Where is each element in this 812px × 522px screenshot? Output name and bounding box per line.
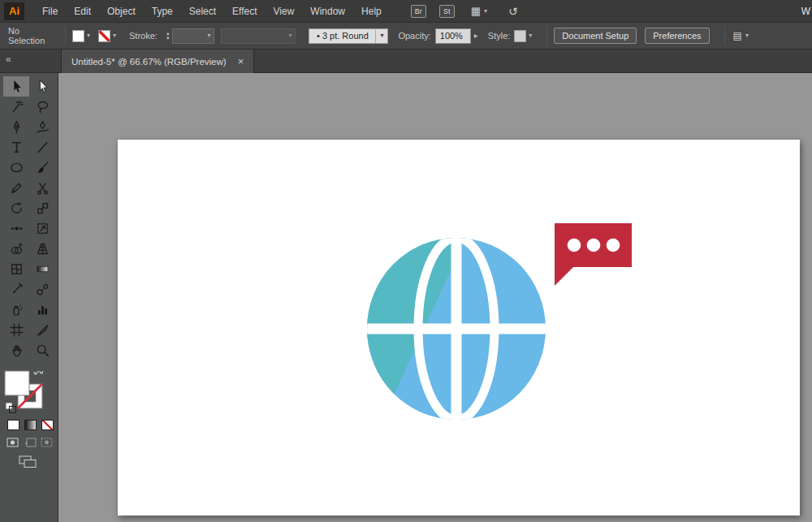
selection-status: No Selection <box>0 26 58 45</box>
free-transform-tool[interactable] <box>29 218 55 239</box>
shape-builder-tool[interactable] <box>3 239 29 259</box>
column-graph-tool[interactable] <box>29 300 55 320</box>
eyedropper-tool-icon <box>10 283 24 296</box>
line-segment-tool-icon <box>36 140 50 154</box>
fill-swatch[interactable] <box>72 30 84 42</box>
style-swatch[interactable] <box>514 30 526 42</box>
width-tool[interactable] <box>3 218 29 239</box>
artboard-tool[interactable] <box>3 320 29 340</box>
bridge-button[interactable]: Br <box>411 5 426 18</box>
chevron-down-icon: ▾ <box>207 32 210 39</box>
stepper-down-icon[interactable]: ▾ <box>166 36 170 41</box>
blend-tool[interactable] <box>29 279 55 300</box>
lasso-tool[interactable] <box>29 97 55 117</box>
align-options-button[interactable]: ▤ ▾ <box>733 30 749 41</box>
close-icon[interactable]: × <box>238 55 244 67</box>
menu-effect[interactable]: Effect <box>224 0 265 23</box>
magic-wand-tool[interactable] <box>3 97 29 117</box>
gradient-tool[interactable] <box>29 259 55 279</box>
pencil-tool[interactable] <box>3 178 29 198</box>
perspective-grid-tool[interactable] <box>29 239 55 259</box>
brush-definition-select[interactable]: • 3 pt. Round ▾ <box>309 28 388 44</box>
bubble-dot-icon <box>607 239 620 252</box>
bubble-dot-icon <box>568 239 581 252</box>
eyedropper-tool[interactable] <box>3 279 29 300</box>
selection-tool[interactable] <box>3 76 29 97</box>
line-segment-tool[interactable] <box>29 137 55 157</box>
stroke-weight-select[interactable]: ▾ <box>172 28 214 44</box>
width-profile-select[interactable]: ▾ <box>221 28 296 44</box>
gradient-button[interactable] <box>24 420 37 430</box>
globe-graphic[interactable] <box>309 154 556 511</box>
menu-edit[interactable]: Edit <box>66 0 99 23</box>
opacity-popout-icon[interactable]: ▸ <box>474 32 478 40</box>
ellipse-tool-icon <box>10 161 24 175</box>
draw-inside-icon[interactable] <box>41 438 54 447</box>
free-transform-tool-icon <box>36 222 50 235</box>
scissors-tool[interactable] <box>29 178 55 198</box>
fill-indicator[interactable] <box>5 371 29 395</box>
speech-bubble-dots <box>568 239 620 252</box>
mesh-tool[interactable] <box>3 259 29 279</box>
arrange-documents-button[interactable]: ▦ ▾ <box>471 5 487 17</box>
artboard-tool-icon <box>10 323 24 337</box>
preferences-button[interactable]: Preferences <box>645 28 709 44</box>
fill-color-control[interactable]: ▾ <box>72 30 90 42</box>
menu-select[interactable]: Select <box>181 0 224 23</box>
control-bar: No Selection ▾ ▾ Stroke: ▴ ▾ ▾ ▾ • 3 pt.… <box>0 23 812 50</box>
chevron-down-icon: ▾ <box>529 32 532 39</box>
lasso-tool-icon <box>36 100 50 114</box>
type-tool[interactable] <box>3 137 29 157</box>
ellipse-tool[interactable] <box>3 157 29 178</box>
type-tool-icon <box>10 140 24 154</box>
symbol-sprayer-tool[interactable] <box>3 300 29 320</box>
perspective-grid-tool-icon <box>36 242 50 256</box>
menu-object[interactable]: Object <box>99 0 144 23</box>
stock-button[interactable]: St <box>439 5 455 18</box>
screen-mode-button[interactable] <box>19 455 38 471</box>
direct-selection-tool-icon <box>36 80 50 93</box>
sync-icon[interactable]: ↺ <box>508 5 518 18</box>
menu-help[interactable]: Help <box>353 0 390 23</box>
artwork <box>118 140 800 516</box>
artboard[interactable] <box>118 140 800 516</box>
paintbrush-tool[interactable] <box>29 157 55 178</box>
canvas-pasteboard[interactable] <box>58 73 812 522</box>
magic-wand-tool-icon <box>10 100 24 114</box>
draw-normal-icon[interactable] <box>6 438 19 447</box>
scale-tool[interactable] <box>29 198 55 218</box>
opacity-input[interactable]: 100% <box>435 28 471 44</box>
rotate-tool[interactable] <box>3 198 29 218</box>
workspace-grid-icon: ▦ <box>471 5 481 17</box>
speech-bubble-graphic[interactable] <box>555 223 632 286</box>
collapse-panel-icon[interactable]: « <box>6 54 11 65</box>
curvature-tool[interactable] <box>29 117 55 137</box>
chevron-down-icon[interactable]: ▾ <box>113 32 116 39</box>
menu-type[interactable]: Type <box>144 0 181 23</box>
stroke-weight-stepper[interactable]: ▴ ▾ <box>166 31 170 41</box>
document-tab[interactable]: Untitled-5* @ 66.67% (RGB/Preview) × <box>61 50 254 73</box>
menu-view[interactable]: View <box>266 0 303 23</box>
screen-mode-icon <box>19 455 38 468</box>
pen-tool[interactable] <box>3 117 29 137</box>
stroke-swatch[interactable] <box>98 30 110 42</box>
hand-tool[interactable] <box>3 340 29 360</box>
brush-definition-value: • 3 pt. Round <box>309 31 375 41</box>
chevron-down-icon: ▾ <box>745 32 749 39</box>
color-button[interactable] <box>7 420 19 430</box>
stroke-color-control[interactable]: ▾ <box>98 30 116 42</box>
zoom-tool[interactable] <box>29 340 55 360</box>
chevron-down-icon[interactable]: ▾ <box>87 32 90 39</box>
stroke-label: Stroke: <box>129 31 158 41</box>
style-select[interactable]: ▾ <box>514 30 532 42</box>
menu-file[interactable]: File <box>34 0 66 23</box>
direct-selection-tool[interactable] <box>29 76 55 97</box>
draw-behind-icon[interactable] <box>24 438 37 447</box>
globe-equator-bar <box>361 324 556 334</box>
menu-window[interactable]: Window <box>302 0 353 23</box>
symbol-sprayer-tool-icon <box>10 303 24 317</box>
slice-tool[interactable] <box>29 320 55 340</box>
none-button[interactable] <box>41 420 54 430</box>
document-setup-button[interactable]: Document Setup <box>554 28 637 44</box>
document-tab-bar: « Untitled-5* @ 66.67% (RGB/Preview) × <box>0 50 812 73</box>
